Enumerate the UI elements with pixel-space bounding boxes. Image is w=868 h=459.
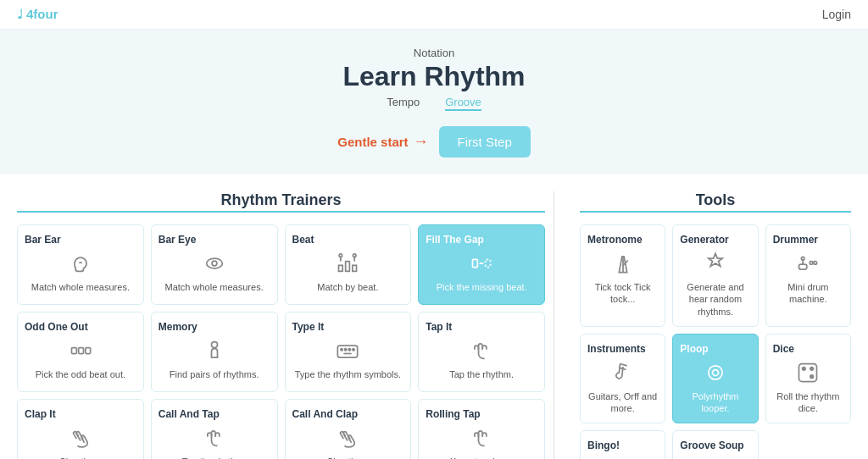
svg-point-6 bbox=[339, 254, 342, 257]
svg-line-33 bbox=[620, 363, 626, 365]
item-title: Groove Soup bbox=[680, 440, 750, 451]
hero-labels: Tempo Groove bbox=[17, 96, 851, 111]
rhythm-item-call-and-clap[interactable]: Call And Clap Clap the... bbox=[285, 399, 412, 459]
item-title: Beat bbox=[292, 234, 404, 246]
item-title: Drummer bbox=[773, 234, 843, 246]
item-desc: Tap the rhythm. bbox=[449, 368, 514, 380]
groove-label: Groove bbox=[445, 96, 481, 111]
svg-rect-37 bbox=[799, 363, 817, 381]
header: ♩4four Login bbox=[0, 0, 868, 30]
svg-rect-29 bbox=[810, 262, 814, 265]
instruments-icon bbox=[611, 360, 635, 385]
item-desc: Generate and hear random rhythms. bbox=[680, 281, 750, 318]
rhythm-item-fill-the-gap[interactable]: Fill The Gap Pick the missing beat. bbox=[418, 224, 545, 305]
svg-rect-12 bbox=[71, 348, 76, 354]
eye-icon bbox=[203, 251, 226, 276]
rhythm-item-call-and-tap[interactable]: Call And Tap Tap the rhythm. bbox=[151, 399, 278, 459]
item-desc: Type the rhythm symbols. bbox=[295, 368, 401, 380]
section-divider bbox=[554, 191, 554, 459]
odd-icon bbox=[69, 338, 92, 363]
item-desc: Find pairs of rhythms. bbox=[170, 368, 259, 380]
svg-point-32 bbox=[802, 257, 805, 260]
beats-icon bbox=[336, 251, 359, 276]
item-title: Tap It bbox=[426, 321, 537, 333]
dice-icon bbox=[796, 360, 820, 385]
item-title: Memory bbox=[159, 321, 270, 333]
tool-item-metronome[interactable]: Metronome Tick tock Tick tock... bbox=[580, 224, 665, 327]
svg-point-24 bbox=[353, 349, 354, 351]
tool-item-bingo[interactable]: Bingo! bbox=[580, 430, 665, 459]
item-title: Instruments bbox=[587, 343, 658, 355]
rhythm-item-odd-one-out[interactable]: Odd One Out Pick the odd beat out. bbox=[17, 312, 144, 392]
item-desc: Match whole measures. bbox=[165, 281, 264, 293]
svg-point-39 bbox=[810, 375, 814, 379]
svg-point-38 bbox=[803, 367, 806, 370]
ploop-icon bbox=[704, 360, 727, 385]
item-desc: Match by beat. bbox=[317, 281, 378, 293]
tempo-label: Tempo bbox=[387, 96, 420, 111]
hero-title: Learn Rhythm bbox=[17, 61, 851, 92]
item-desc: Clap the... bbox=[326, 456, 369, 459]
notation-label: Notation bbox=[17, 47, 851, 59]
gentle-start-label: Gentle start → bbox=[337, 133, 428, 151]
logo[interactable]: ♩4four bbox=[17, 7, 62, 22]
rhythm-item-tap-it[interactable]: Tap It Tap the rhythm. bbox=[418, 312, 545, 392]
item-desc: Match whole measures. bbox=[31, 281, 130, 293]
svg-point-21 bbox=[341, 349, 342, 351]
item-title: Bar Eye bbox=[159, 234, 270, 246]
metronome-icon bbox=[611, 251, 635, 276]
svg-rect-13 bbox=[79, 348, 84, 354]
tool-item-drummer[interactable]: Drummer Mini drum machine. bbox=[765, 224, 851, 327]
clap-icon bbox=[69, 425, 92, 451]
svg-rect-9 bbox=[473, 259, 478, 267]
gap-icon bbox=[470, 251, 493, 276]
main-content: Rhythm Trainers Bar Ear Match whole meas… bbox=[0, 174, 868, 459]
svg-rect-10 bbox=[486, 259, 491, 267]
item-title: Odd One Out bbox=[25, 321, 136, 333]
item-title: Call And Clap bbox=[292, 408, 404, 420]
svg-point-23 bbox=[349, 349, 351, 351]
rhythm-item-bar-eye[interactable]: Bar Eye Match whole measures. bbox=[151, 224, 278, 305]
item-title: Dice bbox=[773, 343, 843, 355]
tool-item-ploop[interactable]: Ploop Polyrhythm looper. bbox=[672, 334, 758, 424]
first-step-button[interactable]: First Step bbox=[439, 126, 531, 158]
item-desc: Mini drum machine. bbox=[773, 281, 843, 306]
rhythm-item-beat[interactable]: Beat Match by beat. bbox=[285, 224, 412, 305]
rhythm-item-memory[interactable]: Memory Find pairs of rhythms. bbox=[151, 312, 278, 392]
svg-point-0 bbox=[206, 258, 222, 268]
hero-cta: Gentle start → First Step bbox=[17, 126, 851, 158]
rhythm-item-type-it[interactable]: Type It Type the rhythm symbols. bbox=[285, 312, 412, 392]
item-title: Bar Ear bbox=[25, 234, 136, 246]
svg-rect-14 bbox=[86, 348, 91, 354]
item-title: Clap It bbox=[25, 408, 136, 420]
item-title: Metronome bbox=[587, 234, 658, 246]
tool-item-groove-soup[interactable]: Groove Soup bbox=[672, 430, 758, 459]
item-title: Bingo! bbox=[587, 440, 658, 451]
item-desc: Pick the odd beat out. bbox=[36, 368, 125, 380]
item-title: Type It bbox=[292, 321, 404, 333]
arrow-icon: → bbox=[414, 133, 429, 151]
keyboard-icon bbox=[336, 338, 359, 363]
rhythm-trainers-section: Rhythm Trainers Bar Ear Match whole meas… bbox=[17, 191, 545, 459]
item-title: Call And Tap bbox=[159, 408, 270, 420]
generator-icon bbox=[704, 251, 727, 276]
call-clap-icon bbox=[336, 425, 359, 451]
rhythm-item-rolling-tap[interactable]: Rolling Tap Keep tapping... bbox=[418, 399, 545, 459]
item-title: Fill The Gap bbox=[426, 234, 537, 246]
rhythm-item-clap-it[interactable]: Clap It Clap the... bbox=[17, 399, 144, 459]
tool-item-instruments[interactable]: Instruments Guitars, Orff and more. bbox=[580, 334, 665, 424]
svg-point-36 bbox=[712, 369, 718, 375]
ear-icon bbox=[69, 251, 92, 276]
item-desc: Keep tapping... bbox=[450, 456, 513, 459]
tool-item-generator[interactable]: Generator Generate and hear random rhyth… bbox=[672, 224, 758, 327]
tap-icon bbox=[470, 338, 493, 363]
login-button[interactable]: Login bbox=[822, 8, 851, 21]
rhythm-item-bar-ear[interactable]: Bar Ear Match whole measures. bbox=[17, 224, 144, 305]
item-title: Ploop bbox=[680, 343, 750, 355]
tool-item-dice[interactable]: Dice Roll the rhythm dice. bbox=[765, 334, 851, 424]
svg-point-35 bbox=[709, 366, 722, 379]
svg-point-40 bbox=[810, 367, 814, 370]
item-desc: Pick the missing beat. bbox=[437, 281, 527, 293]
svg-rect-2 bbox=[339, 265, 343, 271]
svg-rect-15 bbox=[338, 346, 358, 357]
